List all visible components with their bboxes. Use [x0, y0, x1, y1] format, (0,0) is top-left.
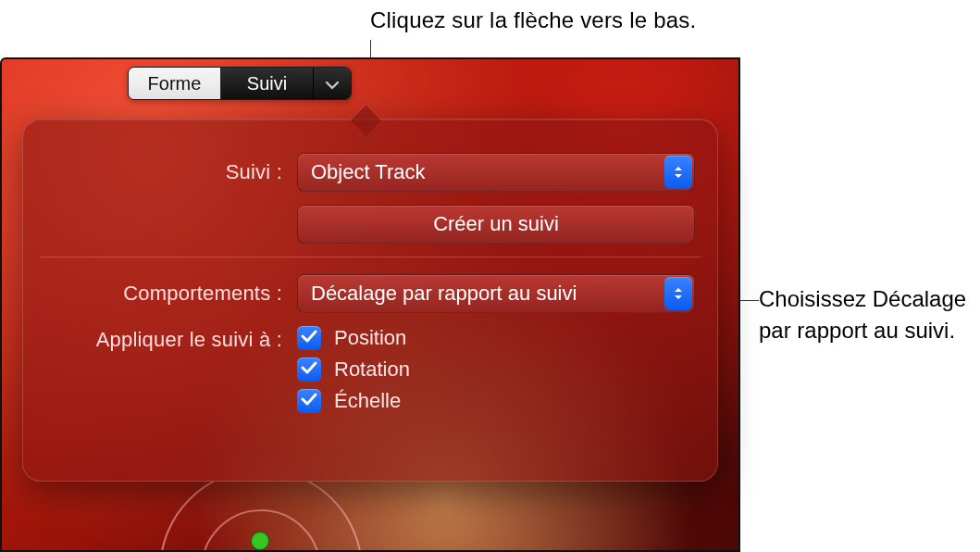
- check-icon: [301, 330, 317, 346]
- behaviors-select[interactable]: Décalage par rapport au suivi: [297, 274, 695, 313]
- chevron-down-icon: [325, 73, 340, 94]
- position-checkbox[interactable]: [297, 326, 321, 350]
- rotation-checkbox[interactable]: [297, 358, 321, 382]
- forme-button-label: Forme: [148, 73, 202, 94]
- select-stepper-icon: [664, 156, 692, 189]
- create-tracking-button-label: Créer un suivi: [433, 212, 559, 236]
- tracking-popover: Suivi : Object Track Créer un suivi Comp…: [22, 119, 718, 482]
- apply-tracking-label: Appliquer le suivi à :: [23, 326, 297, 352]
- suivi-button-label: Suivi: [247, 73, 287, 94]
- callout-right-content: Choisissez Décalage par rapport au suivi…: [759, 286, 966, 343]
- callout-right-text: Choisissez Décalage par rapport au suivi…: [759, 283, 980, 345]
- check-icon: [301, 361, 317, 378]
- forme-button[interactable]: Forme: [129, 68, 221, 99]
- create-tracking-button[interactable]: Créer un suivi: [297, 205, 695, 244]
- tracker-handle-dot[interactable]: [251, 532, 269, 550]
- rotation-checkbox-label: Rotation: [334, 358, 410, 382]
- scale-checkbox[interactable]: [297, 389, 321, 413]
- check-row-scale: Échelle: [297, 389, 695, 413]
- suivi-button[interactable]: Suivi: [221, 68, 314, 99]
- check-row-position: Position: [297, 326, 695, 350]
- check-row-rotation: Rotation: [297, 358, 695, 382]
- popover-divider: [40, 257, 701, 257]
- scale-checkbox-label: Échelle: [334, 389, 401, 413]
- tracking-select-value: Object Track: [311, 160, 425, 184]
- behaviors-select-value: Décalage par rapport au suivi: [311, 282, 577, 306]
- behaviors-label: Comportements :: [23, 282, 297, 306]
- position-checkbox-label: Position: [334, 326, 406, 350]
- apply-tracking-checks: Position Rotation Échelle: [297, 326, 695, 420]
- tracking-select[interactable]: Object Track: [297, 153, 695, 192]
- check-icon: [301, 393, 317, 409]
- mode-toolbar: Forme Suivi: [128, 67, 352, 100]
- callout-top-text: Cliquez sur la flèche vers le bas.: [370, 7, 696, 33]
- select-stepper-icon: [664, 277, 692, 310]
- tracking-label: Suivi :: [23, 160, 297, 184]
- suivi-dropdown-arrow[interactable]: [314, 68, 351, 99]
